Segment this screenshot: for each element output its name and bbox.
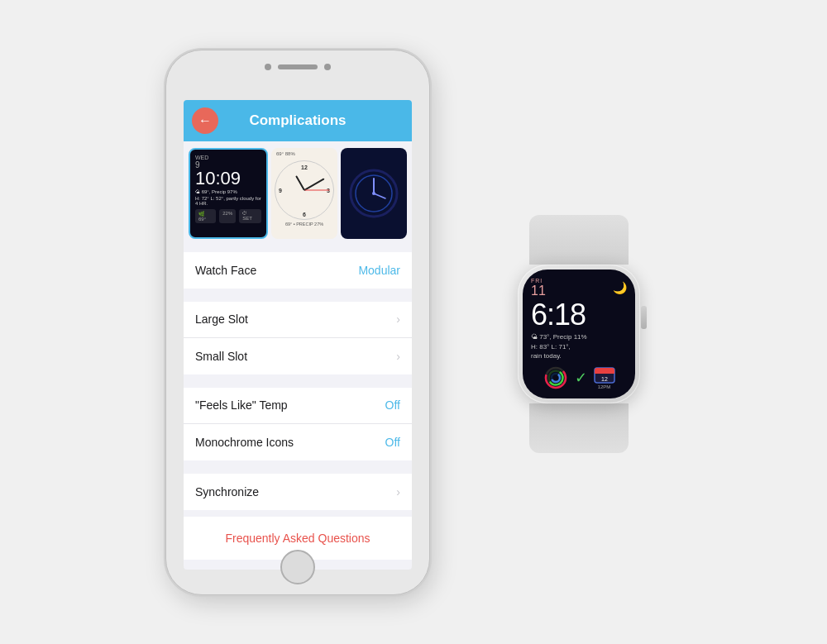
calendar-complication: 12 12PM bbox=[594, 365, 615, 389]
second-hand bbox=[304, 189, 329, 190]
preview2-footer: 69° • PRECIP 27% bbox=[285, 222, 323, 227]
camera-dot bbox=[265, 64, 271, 70]
monochrome-label: Monochrome Icons bbox=[195, 436, 294, 449]
settings-monochrome[interactable]: Monochrome Icons Off bbox=[184, 424, 412, 460]
watch-time: 6:18 bbox=[531, 298, 627, 332]
svg-line-3 bbox=[374, 193, 385, 198]
blue-clock bbox=[347, 167, 400, 220]
section-gap-1 bbox=[184, 289, 412, 295]
watch-band-bottom bbox=[529, 403, 629, 453]
watch-previews: WED 9 10:09 🌤 69°, Precip 97% H: 72° L: … bbox=[184, 141, 412, 246]
small-slot-chevron: › bbox=[396, 350, 400, 363]
preview1-time: 10:09 bbox=[195, 169, 261, 188]
preview1-stat1: 🌿 69° bbox=[195, 209, 216, 223]
faq-label: Frequently Asked Questions bbox=[225, 532, 370, 545]
calendar-icon-svg: 12 bbox=[594, 365, 615, 384]
sync-label: Synchronize bbox=[195, 485, 259, 499]
settings-options-section: "Feels Like" Temp Off Monochrome Icons O… bbox=[184, 388, 412, 460]
check-complication: ✓ bbox=[575, 369, 587, 387]
watch-day: FRI bbox=[531, 278, 546, 284]
watch-day-date: FRI 11 bbox=[531, 278, 546, 298]
preview2-temp: 69° 88% bbox=[276, 151, 295, 156]
iphone-screen: ← Complications WED 9 10:09 🌤 69°, Preci… bbox=[184, 100, 412, 570]
preview1-stats: 🌿 69° 22% ⏱ SET bbox=[195, 209, 261, 223]
section-gap-2 bbox=[184, 374, 412, 381]
settings-large-slot[interactable]: Large Slot › bbox=[184, 302, 412, 338]
app-header: ← Complications bbox=[184, 100, 412, 141]
blue-clock-svg bbox=[347, 167, 400, 220]
back-button[interactable]: ← bbox=[192, 107, 218, 134]
weather-line2: H: 83° L: 71°, bbox=[531, 342, 627, 351]
watch-complications: ✓ 12 12PM bbox=[531, 365, 627, 390]
watch-face-label: Watch Face bbox=[195, 264, 256, 277]
monochrome-value: Off bbox=[385, 436, 400, 449]
weather-line1: 🌤 73°, Precip 11% bbox=[531, 332, 627, 341]
watch-date: 11 bbox=[531, 284, 546, 298]
activity-complication bbox=[543, 365, 568, 390]
svg-point-4 bbox=[372, 192, 375, 195]
watch-preview-blue[interactable] bbox=[341, 148, 407, 239]
watch-crown bbox=[641, 306, 647, 329]
weather-line3: rain today. bbox=[531, 351, 627, 360]
back-arrow-icon: ← bbox=[198, 113, 212, 128]
home-button[interactable] bbox=[280, 550, 315, 584]
preview1-weather: 🌤 69°, Precip 97% bbox=[195, 189, 261, 194]
small-slot-label: Small Slot bbox=[195, 350, 247, 363]
feels-like-value: Off bbox=[385, 398, 400, 412]
settings-small-slot[interactable]: Small Slot › bbox=[184, 338, 412, 374]
watch-case: FRI 11 🌙 6:18 🌤 73°, Precip 11% H: 83° L… bbox=[518, 265, 640, 403]
watch-preview-analog[interactable]: 69° 88% 12 3 6 9 69° • PRECIP 27% bbox=[271, 148, 337, 239]
clock-face: 12 3 6 9 bbox=[275, 160, 334, 220]
clock-6: 6 bbox=[303, 212, 306, 217]
settings-watch-face-section: Watch Face Modular bbox=[184, 252, 412, 289]
moon-icon: 🌙 bbox=[613, 281, 627, 294]
speaker-grill bbox=[278, 64, 318, 69]
preview1-day: WED bbox=[195, 155, 261, 160]
watch-face-value: Modular bbox=[358, 264, 400, 277]
settings-synchronize[interactable]: Synchronize › bbox=[184, 474, 412, 510]
svg-rect-13 bbox=[595, 371, 614, 374]
preview1-stat2: 22% bbox=[219, 209, 236, 223]
watch-weather: 🌤 73°, Precip 11% H: 83° L: 71°, rain to… bbox=[531, 332, 627, 360]
watch-screen: FRI 11 🌙 6:18 🌤 73°, Precip 11% H: 83° L… bbox=[523, 270, 635, 398]
watch-preview-modular[interactable]: WED 9 10:09 🌤 69°, Precip 97% H: 72° L: … bbox=[189, 148, 268, 239]
preview1-detail: H: 72° L: 52°, partly cloudy for 4 HR. bbox=[195, 196, 261, 206]
preview1-stat3: ⏱ SET bbox=[239, 209, 261, 223]
svg-text:12: 12 bbox=[601, 376, 608, 382]
minute-hand bbox=[304, 178, 325, 190]
settings-watch-face[interactable]: Watch Face Modular bbox=[184, 252, 412, 289]
feels-like-label: "Feels Like" Temp bbox=[195, 398, 288, 412]
clock-9: 9 bbox=[279, 187, 282, 193]
settings-sync-section: Synchronize › bbox=[184, 474, 412, 510]
apple-watch: FRI 11 🌙 6:18 🌤 73°, Precip 11% H: 83° L… bbox=[496, 215, 662, 430]
clock-12: 12 bbox=[301, 165, 308, 170]
large-slot-chevron: › bbox=[396, 312, 400, 326]
section-gap-3 bbox=[184, 460, 412, 467]
scene: ← Complications WED 9 10:09 🌤 69°, Preci… bbox=[0, 0, 827, 644]
watch-band-top bbox=[529, 215, 629, 265]
hour-hand bbox=[295, 175, 305, 190]
large-slot-label: Large Slot bbox=[195, 312, 248, 326]
settings-slots-section: Large Slot › Small Slot › bbox=[184, 302, 412, 374]
activity-rings-svg bbox=[543, 365, 568, 390]
header-title: Complications bbox=[249, 112, 346, 129]
settings-feels-like[interactable]: "Feels Like" Temp Off bbox=[184, 388, 412, 424]
calendar-time: 12PM bbox=[598, 384, 611, 389]
sensor-dot bbox=[324, 64, 331, 70]
iphone-top bbox=[166, 64, 429, 70]
sync-chevron: › bbox=[396, 485, 400, 499]
iphone: ← Complications WED 9 10:09 🌤 69°, Preci… bbox=[165, 50, 430, 595]
watch-top-row: FRI 11 🌙 bbox=[531, 278, 627, 298]
section-gap-4 bbox=[184, 510, 412, 517]
